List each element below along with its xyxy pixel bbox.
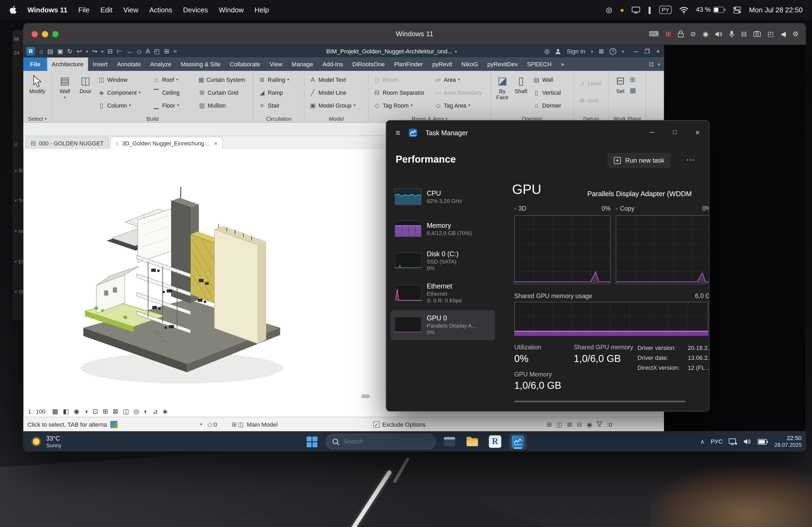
level-button[interactable]: ⊿Level — [576, 77, 604, 90]
camera-icon[interactable] — [753, 31, 761, 37]
tab-annotate[interactable]: Annotate — [112, 57, 146, 71]
app-icon-window[interactable] — [441, 433, 458, 450]
taskbar-search-box[interactable] — [326, 434, 436, 450]
text-icon[interactable]: A — [146, 48, 150, 54]
gpu-copy-chart-label[interactable]: ▿Copy — [616, 205, 634, 212]
wall-button[interactable]: ▤Wall▾ — [54, 73, 76, 100]
tag-room-button[interactable]: ◇Tag Room▾ — [371, 99, 432, 111]
background-window-sliver[interactable]: Mi 24 U ▼Bi ▼To ▼No ▼Et ▼St — [12, 30, 23, 320]
menu-view[interactable]: View — [123, 6, 138, 14]
tm-sidebar-ethernet[interactable]: EthernetEthernetS: 0 R: 0 Kbps — [390, 278, 495, 308]
gear-icon[interactable]: ⚙ — [793, 30, 798, 38]
tab-speech[interactable]: SPEECH — [522, 57, 556, 71]
show-crop-region-icon[interactable]: ⊞ — [103, 407, 108, 415]
column-button[interactable]: ▯Column▾ — [95, 99, 150, 111]
share-screen-icon[interactable]: ◰ — [767, 30, 774, 38]
tm-sidebar-gpu[interactable]: GPU 0Parallels Display A...0% — [390, 310, 495, 340]
gpu-3d-chart-label[interactable]: ▿3D — [514, 205, 526, 212]
input-source-badge[interactable]: PY — [659, 6, 671, 14]
workplane-viewer-icon[interactable]: ▦ — [630, 86, 636, 94]
worksets-icon[interactable]: ⊞ — [231, 421, 236, 428]
tab-view[interactable]: View — [265, 57, 287, 71]
tm-horizontal-scrollbar[interactable] — [514, 401, 685, 402]
tab-collaborate[interactable]: Collaborate — [225, 57, 265, 71]
temporary-hide-isolate-icon[interactable]: ◫ — [123, 407, 129, 415]
task-manager-app-icon[interactable] — [509, 433, 527, 450]
analytical-model-icon[interactable]: ⊿ — [153, 407, 158, 415]
detail-level-icon[interactable]: ▦ — [52, 407, 58, 415]
menu-actions[interactable]: Actions — [149, 6, 172, 14]
vertical-opening-button[interactable]: ▯Vertical — [530, 86, 564, 99]
editing-requests-icon[interactable]: ◇ — [207, 421, 212, 428]
tm-close-button[interactable]: × — [686, 121, 709, 144]
revit-close-button[interactable]: × — [656, 48, 660, 55]
tab-add-ins[interactable]: Add-Ins — [318, 57, 348, 71]
search-input[interactable] — [344, 438, 421, 445]
dormer-button[interactable]: ⌂Dormer — [530, 99, 564, 111]
taskbar-weather-widget[interactable]: 33°C Sunny — [31, 432, 61, 451]
tab-manage[interactable]: Manage — [287, 57, 318, 71]
start-button[interactable] — [303, 433, 321, 450]
set-workplane-button[interactable]: ⊟Set — [611, 73, 630, 94]
thin-lines-icon[interactable]: ≈ — [173, 48, 177, 54]
ceiling-button[interactable]: ▔Ceiling — [150, 86, 196, 99]
modify-button[interactable]: Modify — [25, 73, 49, 94]
tab-pyrevitdev[interactable]: pyRevitDev — [482, 57, 522, 71]
help-icon[interactable]: ? — [610, 48, 616, 55]
curtain-system-button[interactable]: ▦Curtain System — [196, 73, 248, 86]
design-options-icon[interactable]: ◫ — [238, 421, 244, 428]
revit-restore-button[interactable]: ❐ — [644, 48, 650, 55]
menu-window[interactable]: Window — [219, 6, 244, 14]
roof-button[interactable]: ⌂Roof▾ — [150, 73, 196, 86]
tm-sidebar-disk[interactable]: Disk 0 (C:)SSD (SATA)0% — [390, 246, 495, 276]
measure-icon[interactable]: ⊢ — [117, 48, 122, 54]
view-scale-button[interactable]: 1 : 100 — [28, 408, 45, 414]
component-button[interactable]: ◈Component▾ — [95, 86, 150, 99]
close-tab-icon[interactable]: × — [214, 140, 217, 146]
apple-logo-icon[interactable] — [10, 6, 17, 14]
ribbon-display-toggle[interactable]: ⊡▾ — [649, 57, 664, 71]
tab-pyrevit[interactable]: pyRevit — [427, 57, 457, 71]
revit-3d-model[interactable] — [76, 172, 286, 397]
select-underlay-icon[interactable]: ◫ — [556, 421, 562, 428]
status-chevron-icon[interactable]: ▾ — [200, 422, 202, 426]
title-dropdown-icon[interactable]: ▾ — [455, 49, 457, 54]
floor-button[interactable]: ▁Floor▾ — [150, 99, 196, 111]
tm-titlebar[interactable]: ≡ Task Manager ─ □ × — [387, 121, 709, 145]
sun-path-icon[interactable]: ◉ — [74, 407, 79, 415]
menu-devices[interactable]: Devices — [183, 6, 208, 14]
file-explorer-button[interactable] — [463, 433, 481, 450]
tm-minimize-button[interactable]: ─ — [641, 121, 664, 144]
home-icon[interactable]: ⌂ — [40, 48, 43, 54]
menu-help[interactable]: Help — [255, 6, 269, 14]
revit-app-button[interactable]: R — [26, 47, 35, 56]
save-icon[interactable]: ▣ — [57, 48, 63, 54]
panel-label-select[interactable]: Select▾ — [23, 115, 51, 122]
tab-planfinder[interactable]: PlanFinder — [389, 57, 427, 71]
display-icon[interactable] — [632, 6, 640, 13]
visual-style-icon[interactable]: ◧ — [63, 407, 69, 415]
reveal-hidden-elements-icon[interactable]: ◎ — [134, 407, 139, 415]
curtain-grid-button[interactable]: ⊞Curtain Grid — [196, 86, 248, 99]
menubar-app-name[interactable]: Windows 11 — [27, 6, 68, 14]
filter-icon[interactable] — [597, 421, 602, 427]
search-icon[interactable]: ◎ — [544, 48, 550, 54]
back-chevron-icon[interactable]: ◀ — [781, 30, 786, 38]
room-separator-button[interactable]: ⊟Room Separator — [371, 86, 432, 99]
block-icon[interactable]: ⊘ — [690, 30, 696, 38]
opening-wall-button[interactable]: ▤Wall — [530, 73, 564, 86]
shaft-button[interactable]: ▯Shaft — [511, 73, 530, 94]
window-button[interactable]: ◫Window — [95, 73, 150, 86]
railing-button[interactable]: ≣Railing▾ — [256, 73, 292, 86]
run-new-task-button[interactable]: Run new task — [608, 153, 671, 168]
open-icon[interactable]: ▤ — [47, 48, 53, 54]
tm-navigation-menu-icon[interactable]: ≡ — [395, 128, 400, 137]
lock-3d-view-icon[interactable]: ⊠ — [113, 407, 118, 415]
help-dropdown-icon[interactable]: ▾ — [622, 49, 624, 54]
redo-icon[interactable]: ↪ — [92, 48, 97, 54]
undo-dropdown-icon[interactable]: ▾ — [86, 49, 88, 54]
globe-icon[interactable]: ◉ — [703, 30, 709, 38]
parallels-icon[interactable]: ∥ — [648, 6, 651, 14]
tray-chevron-icon[interactable]: ∧ — [700, 438, 705, 445]
model-group-button[interactable]: ▣Model Group▾ — [307, 99, 358, 111]
